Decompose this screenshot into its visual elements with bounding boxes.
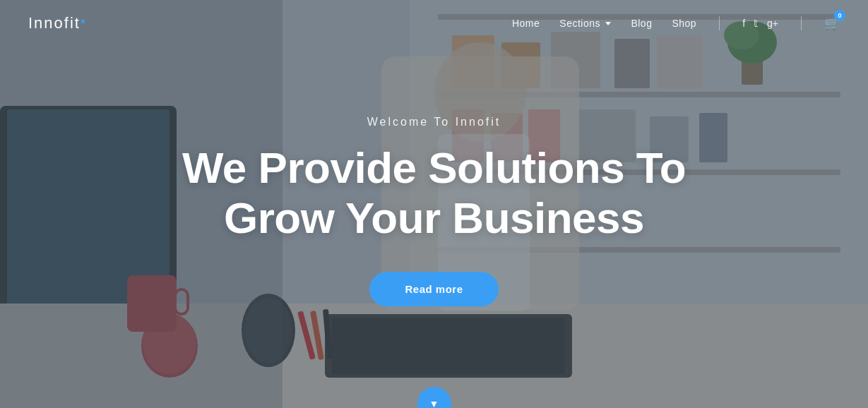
nav-shop[interactable]: Shop <box>672 17 696 30</box>
read-more-button[interactable]: Read more <box>369 272 498 306</box>
logo-text: Innofit <box>28 14 81 32</box>
twitter-icon[interactable]: 𝕥 <box>754 18 759 29</box>
nav-home[interactable]: Home <box>512 17 540 30</box>
hero-subtitle: Welcome To Innofit <box>145 116 724 128</box>
nav-sections[interactable]: Sections <box>559 17 611 30</box>
logo[interactable]: Innofit* <box>28 14 87 32</box>
hero-title-line1: We Provide Solutions To <box>182 143 686 192</box>
navbar: Innofit* Home Sections Blog Shop <box>0 0 868 46</box>
hero-section: Innofit* Home Sections Blog Shop <box>0 0 868 408</box>
google-plus-icon[interactable]: g+ <box>767 18 778 29</box>
nav-divider <box>719 16 720 30</box>
social-icons: f 𝕥 g+ <box>742 18 778 29</box>
facebook-icon[interactable]: f <box>742 18 745 29</box>
nav-links: Home Sections Blog Shop <box>512 17 696 30</box>
hero-title: We Provide Solutions To Grow Your Busine… <box>145 143 724 244</box>
cart-badge: 0 <box>834 10 845 21</box>
chevron-down-icon <box>605 22 611 25</box>
hero-title-line2: Grow Your Business <box>224 194 644 243</box>
cart-button[interactable]: 🛒 0 <box>824 16 840 31</box>
nav-blog[interactable]: Blog <box>631 17 652 30</box>
hero-content: Welcome To Innofit We Provide Solutions … <box>145 116 724 306</box>
logo-asterisk: * <box>81 17 87 31</box>
nav-divider-2 <box>801 16 802 30</box>
nav-right: Home Sections Blog Shop f 𝕥 <box>512 16 840 31</box>
